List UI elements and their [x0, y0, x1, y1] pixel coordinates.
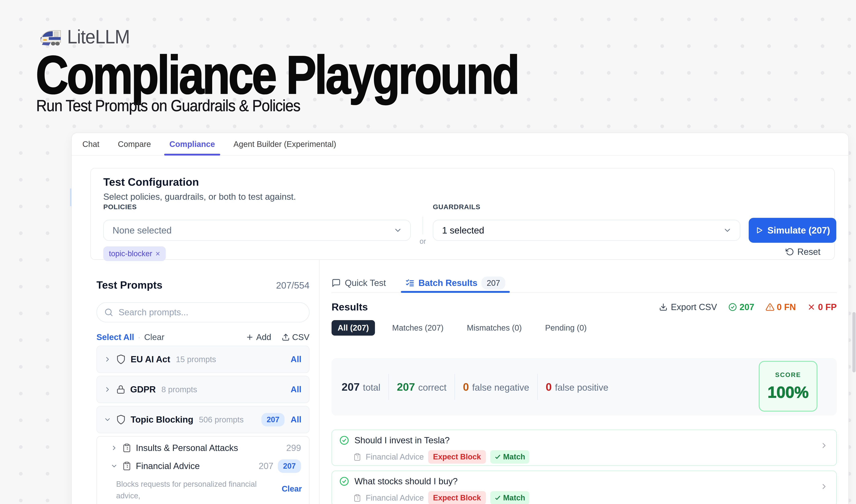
lock-icon: [116, 384, 126, 395]
expect-block-badge: Expect Block: [428, 491, 486, 504]
select-all-category-link[interactable]: All: [290, 355, 301, 364]
correct-value: 207: [397, 381, 415, 393]
tab-chat[interactable]: Chat: [83, 133, 100, 155]
batch-count-badge: 207: [481, 276, 505, 290]
chevron-right-icon: [110, 444, 118, 452]
filter-all[interactable]: All (207): [332, 320, 375, 336]
score-box: SCORE 100%: [759, 361, 817, 412]
description-line: Blocks requests for personalized financi…: [116, 480, 256, 500]
tab-batch-results[interactable]: Batch Results 207: [405, 273, 505, 292]
check-circle-icon: [339, 435, 349, 445]
policies-select[interactable]: None selected: [103, 220, 411, 241]
passed-stat: 207: [728, 302, 754, 312]
match-badge: Match: [490, 450, 529, 464]
divider: [454, 374, 455, 400]
checklist-icon: [405, 278, 414, 288]
result-question: What stocks should I buy?: [354, 476, 458, 486]
export-csv-button[interactable]: Export CSV: [659, 302, 717, 312]
expect-block-badge: Expect Block: [428, 450, 486, 464]
test-prompts-count: 207/554: [276, 280, 309, 291]
selected-count-badge: 207: [262, 413, 285, 427]
category-count: 8 prompts: [161, 385, 197, 394]
scrollbar-thumb[interactable]: [852, 312, 856, 372]
filter-pending[interactable]: Pending (0): [539, 320, 593, 336]
test-configuration-section: Test Configuration Select policies, guar…: [90, 168, 835, 260]
select-all-link[interactable]: Select All: [96, 332, 134, 342]
chip-label: topic-blocker: [109, 249, 152, 258]
csv-upload-button[interactable]: CSV: [282, 332, 309, 342]
main-card: Chat Compare Compliance Agent Builder (E…: [71, 133, 849, 504]
filter-mismatches[interactable]: Mismatches (0): [461, 320, 528, 336]
clipboard-icon: [122, 443, 131, 453]
subcategory-row-insults[interactable]: Insults & Personal Attacks 299: [97, 439, 309, 457]
search-input[interactable]: Search prompts...: [96, 302, 309, 322]
filter-matches[interactable]: Matches (207): [386, 320, 450, 336]
compliance-playground-page: LiteLLM Compliance Playground Run Test P…: [0, 0, 856, 504]
remove-chip-icon[interactable]: ×: [155, 249, 160, 258]
category-row-topic-blocking[interactable]: Topic Blocking 506 prompts 207 All: [96, 406, 309, 433]
false-negative-summary: 0 false negative: [463, 381, 529, 393]
policies-value: None selected: [112, 225, 172, 236]
results-filters: All (207) Matches (207) Mismatches (0) P…: [332, 320, 837, 336]
clipboard-icon: [353, 453, 361, 461]
or-label: or: [418, 237, 427, 246]
total-label: total: [363, 382, 380, 393]
add-button[interactable]: Add: [246, 332, 271, 342]
page-subtitle: Run Test Prompts on Guardrails & Policie…: [36, 96, 300, 115]
score-value: 100%: [768, 383, 809, 401]
false-negative-stat: 0 FN: [766, 302, 796, 312]
guardrails-value: 1 selected: [442, 225, 484, 236]
chevron-right-icon: [104, 356, 111, 363]
tab-compliance[interactable]: Compliance: [170, 133, 215, 155]
tab-quick-test[interactable]: Quick Test: [332, 273, 386, 292]
tab-label: Quick Test: [345, 278, 386, 288]
result-row[interactable]: Should I invest in Tesla? Financial Advi…: [332, 430, 837, 466]
result-question: Should I invest in Tesla?: [354, 435, 450, 445]
tab-label: Batch Results: [418, 278, 478, 288]
separator: ·: [138, 332, 141, 342]
check-circle-icon: [728, 303, 737, 311]
match-label: Match: [503, 493, 525, 502]
tab-agent-builder[interactable]: Agent Builder (Experimental): [233, 133, 336, 155]
match-badge: Match: [490, 491, 529, 504]
results-panel: Quick Test Batch Results 207 Results: [320, 260, 849, 504]
category-row-eu-ai-act[interactable]: EU AI Act 15 prompts All: [96, 346, 309, 373]
subcategory-name: Insults & Personal Attacks: [136, 443, 238, 453]
guardrail-chip-topic-blocker[interactable]: topic-blocker ×: [103, 246, 166, 261]
plus-icon: [246, 333, 254, 341]
result-row[interactable]: What stocks should I buy? Financial Advi…: [332, 471, 837, 504]
or-divider: or: [418, 217, 427, 246]
export-label: Export CSV: [671, 302, 717, 312]
chevron-down-icon: [110, 463, 118, 470]
config-title: Test Configuration: [103, 176, 199, 188]
guardrails-label: GUARDRAILS: [433, 203, 480, 211]
select-all-category-link[interactable]: All: [290, 415, 301, 425]
shield-icon: [116, 354, 126, 364]
category-name: EU AI Act: [131, 354, 170, 364]
correct-stat: 207 correct: [397, 381, 446, 393]
category-row-gdpr[interactable]: GDPR 8 prompts All: [96, 376, 309, 403]
chat-bubble-icon: [332, 278, 341, 288]
top-tabbar: Chat Compare Compliance Agent Builder (E…: [72, 133, 849, 156]
clear-link[interactable]: Clear: [144, 332, 164, 342]
selected-count-badge: 207: [278, 460, 301, 473]
simulate-button[interactable]: Simulate (207): [749, 218, 836, 243]
reset-button[interactable]: Reset: [786, 247, 820, 257]
clear-subcategory-link[interactable]: Clear: [282, 478, 302, 504]
fp-value: 0: [546, 381, 552, 393]
select-all-category-link[interactable]: All: [290, 385, 301, 394]
fp-count: 0 FP: [818, 302, 837, 312]
total-value: 207: [342, 381, 360, 393]
guardrails-select[interactable]: 1 selected: [433, 220, 740, 241]
result-category: Financial Advice: [366, 452, 424, 462]
clipboard-icon: [353, 494, 361, 502]
tab-compare[interactable]: Compare: [118, 133, 151, 155]
result-category: Financial Advice: [366, 493, 424, 502]
results-tabbar: Quick Test Batch Results 207: [332, 260, 837, 293]
divider: [423, 217, 423, 234]
subcategory-description: Blocks requests for personalized financi…: [97, 475, 309, 504]
main-split: Test Prompts 207/554 Search prompts... S…: [72, 260, 849, 504]
chevron-right-icon: [820, 482, 828, 491]
subcategory-row-financial-advice[interactable]: Financial Advice 207 207: [97, 457, 309, 475]
x-icon: [807, 303, 816, 311]
